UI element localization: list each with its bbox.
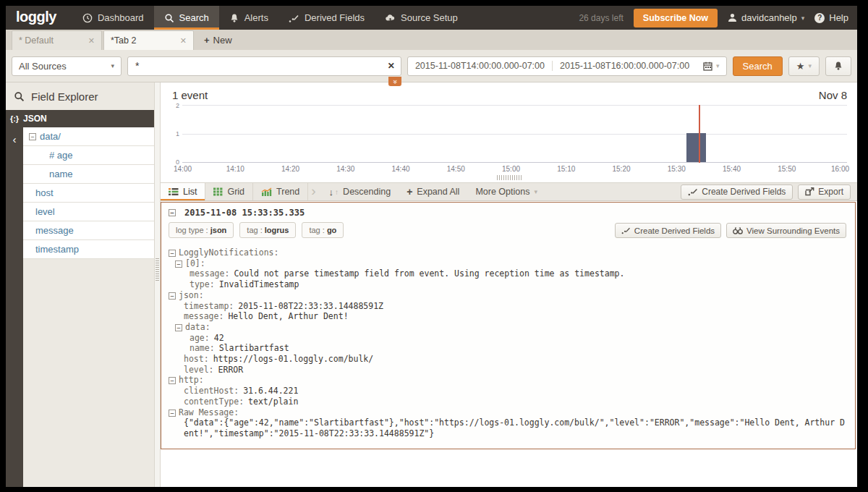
field-item-message[interactable]: message [23, 221, 154, 240]
source-group-select[interactable]: All Sources ▾ [12, 56, 122, 76]
gridline [182, 105, 847, 106]
tree-line[interactable]: −LogglyNotifications: [169, 247, 846, 258]
event-create-derived-fields-button[interactable]: Create Derived Fields [615, 223, 721, 238]
tree-line: contentType:text/plain [169, 396, 846, 407]
collapse-icon[interactable]: − [169, 250, 176, 257]
clear-query-icon[interactable]: ✕ [388, 61, 395, 71]
nav-item-source-setup[interactable]: Source Setup [375, 6, 468, 30]
alert-button[interactable] [825, 56, 851, 76]
close-icon[interactable]: ✕ [180, 36, 187, 46]
tag-pill-logtype[interactable]: log type : json [169, 222, 234, 238]
chevron-down-icon: ▾ [808, 62, 812, 69]
tag-label: log type : [176, 226, 208, 234]
collapse-icon[interactable]: − [29, 133, 36, 140]
close-icon[interactable]: ✕ [88, 36, 95, 46]
derived-fields-icon [289, 13, 299, 23]
button-label: Create Derived Fields [634, 226, 715, 235]
collapse-icon[interactable]: − [175, 324, 182, 331]
expand-search-toggle[interactable]: » [388, 77, 401, 86]
time-picker-button[interactable]: ▾ [697, 62, 726, 71]
tree-value: text/plain [248, 396, 298, 407]
tree-value: 42 [214, 333, 224, 343]
expand-all-button[interactable]: + Expand All [399, 183, 467, 200]
saved-searches-button[interactable]: ★ ▾ [788, 56, 820, 76]
time-from-field[interactable]: 2015-11-08T14:00:00.000-07:00 [408, 61, 553, 71]
view-tab-label: List [183, 187, 197, 197]
tree-key: Raw Message: [179, 407, 239, 417]
more-options-button[interactable]: More Options ▾ [467, 183, 545, 200]
nav-item-derived-fields[interactable]: Derived Fields [278, 6, 375, 30]
tree-line[interactable]: −Raw Message: [169, 407, 846, 418]
user-menu[interactable]: davidcanhelp ▾ [728, 12, 804, 23]
json-section-header[interactable]: {:} JSON [6, 110, 154, 127]
field-item-timestamp[interactable]: timestamp [23, 240, 154, 259]
view-tab-list[interactable]: List [161, 183, 205, 200]
view-tab-trend[interactable]: Trend [253, 183, 308, 200]
x-tick: 14:00 [174, 165, 191, 173]
field-label: data/ [40, 131, 61, 142]
search-query-input[interactable]: * [127, 56, 401, 76]
collapse-icon[interactable]: − [169, 410, 176, 417]
event-detail-panel[interactable]: − 2015-11-08 15:33:35.335 log type : jso… [161, 202, 856, 449]
tree-line[interactable]: −http: [169, 375, 846, 386]
plus-icon: + [204, 35, 210, 46]
view-surrounding-events-button[interactable]: View Surrounding Events [726, 223, 846, 238]
tree-line: age:42 [169, 333, 846, 344]
chart-bar[interactable] [686, 133, 706, 162]
tree-line[interactable]: −json: [169, 290, 846, 301]
sidebar-splitter[interactable] [154, 82, 161, 487]
tag-value: logrus [265, 226, 289, 234]
tree-key: host: [184, 354, 209, 364]
view-tab-label: Grid [227, 187, 244, 197]
tag-pill-logrus[interactable]: tag : logrus [239, 222, 296, 238]
x-tick: 15:30 [665, 165, 687, 173]
create-derived-fields-button[interactable]: Create Derived Fields [681, 184, 793, 200]
tag-pill-go[interactable]: tag : go [302, 222, 344, 238]
loggly-logo[interactable]: loggly [6, 6, 72, 30]
tree-value: https://logs-01.loggly.com/bulk/ [213, 354, 374, 364]
nav-item-alerts[interactable]: Alerts [219, 6, 278, 30]
tree-key: message: [190, 268, 229, 279]
export-button[interactable]: Export [798, 184, 851, 200]
help-menu[interactable]: ? Help [814, 12, 848, 23]
time-to-field[interactable]: 2015-11-08T16:00:00.000-07:00 [553, 61, 697, 71]
list-view-icon [169, 187, 179, 196]
event-tags: log type : json tag : logrus tag : go [169, 222, 344, 238]
tab-default[interactable]: * Default ✕ [12, 30, 102, 50]
field-item-name[interactable]: name [23, 165, 154, 184]
tree-line[interactable]: −data: [169, 322, 846, 333]
tab-tab2[interactable]: *Tab 2 ✕ [103, 30, 194, 50]
subscribe-now-button[interactable]: Subscribe Now [634, 9, 718, 27]
collapse-icon[interactable]: − [175, 260, 182, 268]
field-tree: − data/ # age name host level message ti… [23, 127, 154, 487]
field-label: # age [49, 150, 73, 161]
chart-date-label: Nov 8 [819, 89, 847, 101]
search-icon [164, 13, 174, 23]
trend-view-icon [261, 187, 272, 196]
tree-key: type: [190, 279, 215, 289]
tree-line[interactable]: −[0]: [169, 258, 846, 269]
sort-down-icon: ↓ [329, 187, 334, 198]
event-buttons: Create Derived Fields View Surrounding E… [615, 223, 846, 238]
sort-descending-button[interactable]: ↓ ↑ Descending [321, 183, 399, 200]
field-item-age[interactable]: # age [23, 146, 154, 165]
nav-item-search[interactable]: Search [154, 6, 219, 30]
field-item-level[interactable]: level [23, 203, 154, 221]
calendar-icon [703, 62, 712, 71]
plus-icon: + [407, 186, 412, 198]
collapse-icon[interactable]: − [169, 292, 176, 300]
field-item-host[interactable]: host [23, 184, 154, 203]
x-tick: 14:40 [390, 165, 412, 173]
tree-key: timestamp: [184, 301, 234, 311]
new-tab-button[interactable]: + New [195, 30, 241, 50]
field-item-data[interactable]: − data/ [23, 127, 154, 146]
x-tick: 15:10 [556, 165, 577, 173]
chart-resize-grip[interactable] [497, 175, 522, 180]
collapse-sidebar-strip[interactable]: ‹ [6, 127, 23, 487]
source-select-value: All Sources [19, 61, 67, 72]
collapse-icon[interactable]: − [169, 209, 176, 216]
collapse-icon[interactable]: − [169, 377, 176, 384]
view-tab-grid[interactable]: Grid [205, 183, 253, 200]
search-button[interactable]: Search [733, 56, 783, 76]
nav-item-dashboard[interactable]: Dashboard [72, 6, 154, 30]
